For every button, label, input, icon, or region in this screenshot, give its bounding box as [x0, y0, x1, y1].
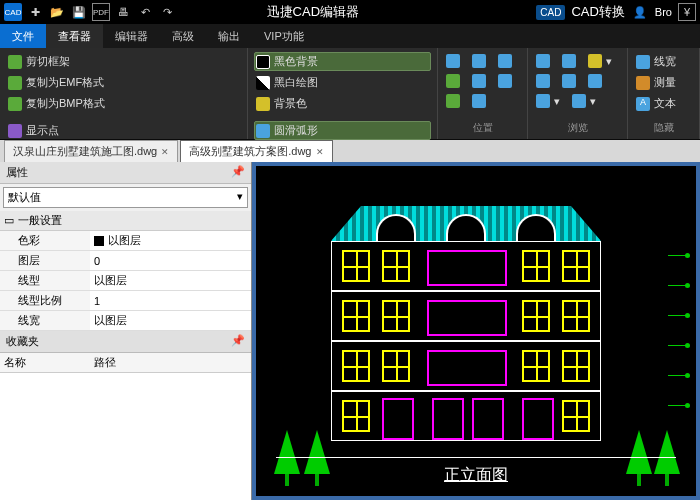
group-position-label: 位置: [444, 119, 521, 135]
cad-convert-button[interactable]: CAD转换: [571, 3, 624, 21]
collapse-icon: ▭: [4, 214, 14, 227]
view-3d-button[interactable]: ▾: [534, 92, 562, 110]
pos-btn-3[interactable]: [496, 52, 514, 70]
prop-linescale[interactable]: 线型比例1: [0, 291, 251, 311]
black-bg-button[interactable]: 黑色背景: [254, 52, 431, 71]
zoom-in-button[interactable]: [534, 52, 552, 70]
next-icon: [562, 74, 576, 88]
show-point-button[interactable]: 显示点: [6, 121, 241, 140]
cube-icon: [536, 94, 550, 108]
print-icon[interactable]: 🖶: [114, 3, 132, 21]
arrange-icon: [472, 94, 486, 108]
bw-draw-button[interactable]: 黑白绘图: [254, 73, 431, 92]
nav-prev-button[interactable]: [534, 72, 552, 90]
window-icon: [498, 54, 512, 68]
bmp-icon: [8, 97, 22, 111]
drawing-caption: 正立面图: [256, 465, 696, 486]
undo-icon[interactable]: ↶: [136, 3, 154, 21]
pdf-icon[interactable]: PDF: [92, 3, 110, 21]
pos-btn-5[interactable]: [470, 72, 488, 90]
new-icon[interactable]: ✚: [26, 3, 44, 21]
zoom-out-button[interactable]: [560, 52, 578, 70]
copy-emf-button[interactable]: 复制为EMF格式: [6, 73, 241, 92]
line-icon: [636, 55, 650, 69]
menu-advanced[interactable]: 高级: [160, 24, 206, 48]
menu-vip[interactable]: VIP功能: [252, 24, 316, 48]
prop-layer[interactable]: 图层0: [0, 251, 251, 271]
zoom-in-icon: [536, 54, 550, 68]
building-drawing: [306, 206, 626, 446]
cad-badge[interactable]: CAD: [536, 5, 565, 20]
hide-linetype-button[interactable]: 线宽: [634, 52, 693, 71]
user-icon[interactable]: 👤: [631, 3, 649, 21]
tile-icon: [472, 74, 486, 88]
nav-refresh-button[interactable]: [586, 72, 604, 90]
pos-btn-6[interactable]: [496, 72, 514, 90]
floor-3: [331, 291, 601, 341]
iso-icon: [572, 94, 586, 108]
pin-icon[interactable]: 📌: [231, 334, 245, 349]
ruler-icon: [636, 76, 650, 90]
properties-header: 属性📌: [0, 162, 251, 184]
app-icon: CAD: [4, 3, 22, 21]
bw-icon: [256, 76, 270, 90]
prop-color[interactable]: 色彩以图层: [0, 231, 251, 251]
view-iso-button[interactable]: ▾: [570, 92, 598, 110]
general-section[interactable]: ▭一般设置: [0, 211, 251, 231]
black-bg-icon: [256, 55, 270, 69]
group-hide-label: 隐藏: [634, 119, 693, 135]
fit-icon: [446, 54, 460, 68]
close-icon[interactable]: ✕: [161, 147, 169, 157]
pos-btn-7[interactable]: [444, 92, 462, 110]
cascade-icon: [498, 74, 512, 88]
bgcolor-icon: [256, 97, 270, 111]
doc-tab-2[interactable]: 高级别墅建筑方案图.dwg✕: [180, 140, 332, 162]
chevron-down-icon: ▾: [237, 190, 243, 205]
hide-measure-button[interactable]: 测量: [634, 73, 693, 92]
favorites-header: 收藏夹📌: [0, 331, 251, 353]
menu-output[interactable]: 输出: [206, 24, 252, 48]
fav-columns: 名称路径: [0, 353, 251, 373]
arc-icon: [256, 124, 270, 138]
floor-2: [331, 341, 601, 391]
point-icon: [8, 124, 22, 138]
doc-tab-1[interactable]: 汉泉山庄别墅建筑施工图.dwg✕: [4, 140, 178, 162]
prop-linewidth[interactable]: 线宽以图层: [0, 311, 251, 331]
menu-viewer[interactable]: 查看器: [46, 24, 103, 48]
refresh-icon: [588, 74, 602, 88]
save-icon[interactable]: 💾: [70, 3, 88, 21]
grid-icon: [446, 74, 460, 88]
emf-icon: [8, 76, 22, 90]
user-label: Bro: [655, 6, 672, 18]
fav-list[interactable]: [0, 373, 251, 500]
close-icon[interactable]: ✕: [316, 147, 324, 157]
drawing-canvas[interactable]: 正立面图: [252, 162, 700, 500]
menu-editor[interactable]: 编辑器: [103, 24, 160, 48]
default-dropdown[interactable]: 默认值▾: [3, 187, 248, 208]
group-browse-label: 浏览: [534, 119, 621, 135]
hand-icon: [588, 54, 602, 68]
hide-text-button[interactable]: A文本: [634, 94, 693, 113]
level-grid: [668, 226, 688, 426]
prop-linetype[interactable]: 线型以图层: [0, 271, 251, 291]
redo-icon[interactable]: ↷: [158, 3, 176, 21]
scissors-icon: [8, 55, 22, 69]
text-icon: A: [636, 97, 650, 111]
floor-4: [331, 241, 601, 291]
open-icon[interactable]: 📂: [48, 3, 66, 21]
bg-color-button[interactable]: 背景色: [254, 94, 431, 113]
pan-button[interactable]: ▾: [586, 52, 614, 70]
copy-bmp-button[interactable]: 复制为BMP格式: [6, 94, 241, 113]
extent-icon: [472, 54, 486, 68]
pin-icon[interactable]: 📌: [231, 165, 245, 180]
nav-next-button[interactable]: [560, 72, 578, 90]
pos-btn-8[interactable]: [470, 92, 488, 110]
ground-line: [276, 457, 676, 458]
smooth-arc-button[interactable]: 圆滑弧形: [254, 121, 431, 140]
pos-btn-4[interactable]: [444, 72, 462, 90]
cut-frame-button[interactable]: 剪切框架: [6, 52, 241, 71]
pos-btn-1[interactable]: [444, 52, 462, 70]
menu-file[interactable]: 文件: [0, 24, 46, 48]
currency-icon[interactable]: ¥: [678, 3, 696, 21]
pos-btn-2[interactable]: [470, 52, 488, 70]
